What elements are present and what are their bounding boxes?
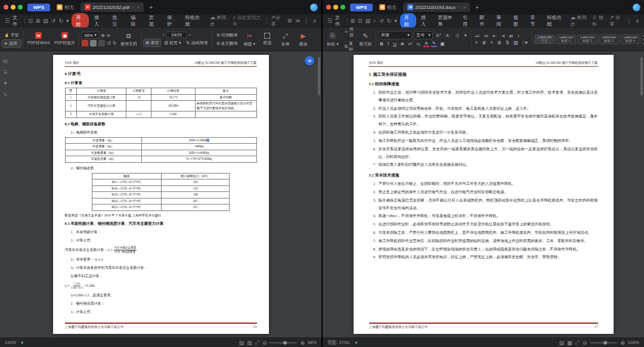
collaborate-button[interactable]: ☺ 协作 (592, 14, 606, 27)
close-window-icon[interactable] (326, 5, 331, 10)
traffic-lights[interactable] (326, 5, 345, 10)
font-size-combo[interactable]: 五号▾ (414, 31, 433, 39)
menu-tab-页面布局[interactable]: 页面布局 (434, 13, 458, 29)
bullet-list-icon[interactable]: •≡ (474, 33, 481, 39)
text-effects-icon[interactable]: ✦ (462, 33, 469, 38)
hand-tool-button[interactable]: ☝手型 (2, 32, 21, 39)
double-page-view-icon[interactable]: ▥ (247, 340, 252, 346)
wps-home-button[interactable]: WPS (350, 4, 373, 11)
spellcheck-status-icon[interactable]: ● (355, 340, 358, 345)
feedback-icon[interactable]: ✉ (296, 18, 301, 24)
outline-panel-icon[interactable]: ☰ (3, 70, 7, 75)
cut-button[interactable]: ✂剪切 (343, 27, 355, 39)
prev-page-icon[interactable]: ‹ (163, 32, 165, 38)
play-button[interactable]: ▶播放 (295, 32, 311, 47)
print-preview-icon[interactable]: ⌕ (373, 17, 376, 24)
borders-icon[interactable]: □▾ (521, 40, 529, 45)
file-menu[interactable]: 文件 (13, 14, 21, 27)
tab-pin-icon[interactable]: ▫ (132, 5, 134, 10)
user-avatar[interactable] (310, 4, 318, 11)
single-page-view-button[interactable]: ▤单页 (144, 39, 161, 47)
tab-close-icon[interactable]: × (463, 5, 466, 10)
statusbar-page-indicator[interactable]: 24/29 (5, 340, 16, 345)
highlight-color-button[interactable]: ✎ (431, 41, 438, 47)
settings-gear-icon[interactable]: ⚙ (287, 18, 292, 24)
zoom-in-icon[interactable]: ⊕ (300, 340, 305, 346)
grow-font-icon[interactable]: A⁺ (435, 33, 443, 38)
redo-icon[interactable]: ↻ (58, 18, 63, 24)
tab-pin-icon[interactable]: ▫ (459, 5, 460, 10)
align-center-icon[interactable]: ≣ (481, 40, 488, 45)
paste-button[interactable]: ⎘粘贴 ▾ (325, 32, 340, 47)
read-bg-icon-3[interactable] (98, 40, 105, 47)
text-direction-icon[interactable]: ⇄ (508, 33, 515, 39)
tab-document-pdf[interactable]: P 20221102032.pdf ▫ × (80, 2, 144, 12)
single-page-view-icon[interactable]: ▤ (239, 340, 244, 346)
export-pdf-icon[interactable]: ⊡ (358, 18, 363, 24)
customize-toolbar-icon[interactable]: ▾ (66, 18, 69, 24)
full-translate-button[interactable]: ⧉全文翻译 (215, 40, 239, 47)
continuous-view-button[interactable]: ⇅连续阅读 (185, 39, 210, 47)
statusbar-page-indicator[interactable]: 页面: 17/31 (327, 340, 350, 346)
fullscreen-button[interactable]: ⤢全屏 (277, 32, 293, 47)
menu-tab-开始[interactable]: 开始 (72, 13, 89, 29)
print-icon[interactable]: ▤ (43, 18, 48, 24)
font-color-button[interactable]: A (423, 41, 429, 47)
menu-tab-特色功能[interactable]: 特色功能 (181, 13, 207, 29)
word-translate-button[interactable]: ⧉划词翻译 (215, 32, 239, 39)
char-shading-button[interactable]: ▣ (439, 41, 446, 47)
select-tool-button[interactable]: ➤选择 (2, 40, 21, 47)
screenshot-button[interactable]: ✂截图 ▾ (242, 32, 257, 47)
zoom-in-icon[interactable]: ⊕ (620, 340, 625, 346)
menu-tab-保护[interactable]: 保护 (163, 13, 180, 29)
thumbnail-panel-icon[interactable]: ▤ (3, 58, 8, 64)
fullscreen-view-icon[interactable]: ⤢ (575, 339, 580, 346)
bookmark-panel-icon[interactable]: ⚑ (3, 81, 7, 86)
hamburger-icon[interactable]: ☰ (327, 18, 332, 24)
shading-icon[interactable]: ▨ (512, 40, 519, 45)
writer-scrollbar[interactable] (640, 57, 643, 95)
subscript-button[interactable]: x₂ (415, 41, 422, 47)
find-text[interactable]: ⌕ 点此查找文本 (233, 14, 263, 27)
style-标题 3[interactable]: AaBbCcDd标题 3 (599, 35, 619, 44)
more-icon[interactable]: ⋮ (626, 18, 631, 24)
style-标题 4[interactable]: AaBbCcDd标题 4 (620, 35, 640, 44)
statusbar-zoom-level[interactable]: 100% (628, 340, 639, 345)
redo-icon[interactable]: ↻ (387, 18, 392, 24)
sort-icon[interactable]: ↕ (516, 33, 521, 39)
justify-icon[interactable]: ≣ (496, 40, 503, 45)
user-avatar[interactable] (633, 4, 640, 11)
tab-docer[interactable]: 稻 稻壳 (375, 2, 401, 13)
tab-document-docx[interactable]: W 20221100193.docx ▫ × (403, 2, 470, 12)
page-view-icon[interactable]: ▤ (559, 340, 564, 346)
undo-icon[interactable]: ↺ (379, 18, 384, 24)
italic-button[interactable]: I (386, 41, 391, 47)
zoom-slider[interactable] (270, 342, 297, 343)
underline-button[interactable]: U (392, 41, 398, 47)
style-标题 1[interactable]: AaBbCcDd标题 1 (556, 35, 576, 44)
font-name-combo[interactable]: 宋体▾ (379, 31, 412, 39)
decrease-indent-icon[interactable]: ⇤ (491, 33, 498, 39)
collapse-ribbon-icon[interactable]: ∧ (635, 18, 639, 24)
hamburger-icon[interactable]: ☰ (5, 18, 10, 24)
format-painter-button[interactable]: ✎格式刷 (358, 32, 373, 47)
pdf-scrollbar[interactable] (318, 57, 320, 95)
shrink-font-icon[interactable]: A⁻ (444, 33, 453, 38)
pdf-to-word-button[interactable]: WPDF转Word (26, 32, 51, 46)
number-list-icon[interactable]: ≔ (482, 33, 490, 39)
clear-format-icon[interactable]: ◇ (454, 33, 460, 38)
next-page-icon[interactable]: › (189, 32, 191, 38)
menu-tab-插入[interactable]: 插入 (90, 13, 107, 29)
read-bg-icon-1[interactable] (82, 40, 88, 47)
menu-tab-特色功能[interactable]: 特色功能 (543, 13, 568, 29)
file-menu[interactable]: 文件 (335, 14, 343, 27)
sync-status[interactable]: ☁ 未同步 (570, 14, 588, 27)
share-button[interactable]: ↗分享 (271, 14, 284, 27)
strikethrough-button[interactable]: A (400, 41, 405, 47)
menu-tab-编辑[interactable]: 编辑 (126, 13, 144, 29)
minimize-window-icon[interactable] (333, 5, 338, 10)
save-icon[interactable]: ⊞ (36, 18, 41, 24)
zoom-level-combo[interactable]: 98%▾ (82, 32, 99, 39)
menu-tab-章节[interactable]: 章节 (526, 13, 542, 29)
statusbar-zoom-level[interactable]: 98% (308, 340, 317, 345)
